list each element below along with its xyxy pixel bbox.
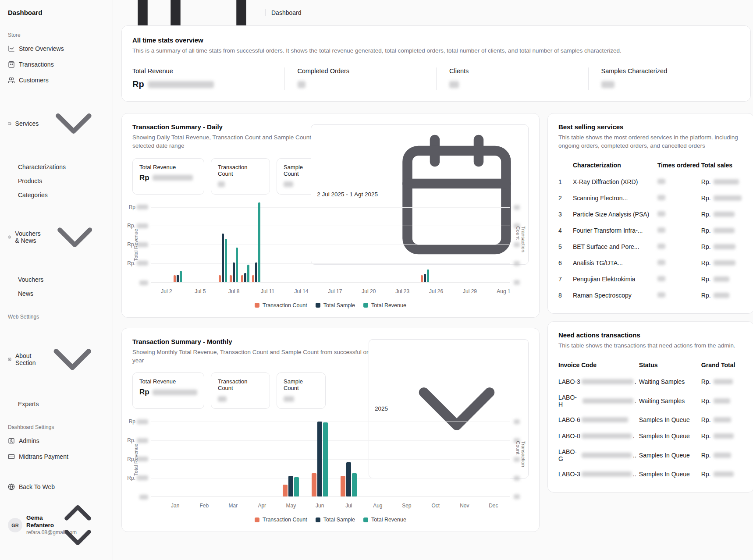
x-axis-tick: Jul 17 xyxy=(328,288,342,294)
y-axis-tick-left xyxy=(139,280,148,285)
y-tick-label: Rp. xyxy=(127,475,135,481)
invoice-code-prefix: LABO-3 xyxy=(558,378,580,385)
invoice-code-prefix: LABO-H xyxy=(558,394,581,408)
redacted-value xyxy=(218,396,227,402)
sidebar-subitem-experts[interactable]: Experts xyxy=(13,397,107,411)
sidebar-item-label: About Section xyxy=(15,352,36,366)
grand-total-cell: Rp. xyxy=(701,378,743,385)
need-actions-card: Need actions transactions This table sho… xyxy=(547,321,753,493)
mini-stat-value: Rp xyxy=(139,174,197,182)
y-axis-tick-left: Rp. xyxy=(127,223,148,229)
sidebar-subitem-vouchers[interactable]: Vouchers xyxy=(13,273,107,287)
redacted-value xyxy=(714,417,731,422)
redacted-value xyxy=(714,398,730,404)
user-meta: Gema Refantero refara.08@gmail.com xyxy=(26,514,47,536)
sidebar-item-services[interactable]: Services xyxy=(5,89,107,158)
table-row: 6Analisis TG/DTA...Rp. xyxy=(558,255,743,271)
stat-label: Clients xyxy=(449,67,588,74)
sidebar-subitem-products[interactable]: Products xyxy=(13,174,107,188)
gridline xyxy=(151,478,510,478)
sidebar-item-midtrans-payment[interactable]: Midtrans Payment xyxy=(5,450,107,464)
chart-line-icon xyxy=(8,45,15,52)
column-header-characterization: Characterization xyxy=(573,162,657,169)
currency-prefix: Rp. xyxy=(701,259,711,266)
chart-plot: Rp.Rp.Rp.RpTotal RevenueTransaction Coun… xyxy=(151,422,510,497)
bar-transaction-count xyxy=(241,275,243,282)
status-cell: Samples In Queue xyxy=(639,471,701,478)
overview-stat-total-revenue: Total RevenueRp xyxy=(132,67,284,90)
sidebar-item-about-section[interactable]: About Section xyxy=(5,323,107,395)
y-tick-label: Rp xyxy=(129,204,135,210)
legend-item-total-sample: Total Sample xyxy=(316,302,355,308)
sidebar-item-customers[interactable]: Customers xyxy=(5,73,107,87)
mini-stat-value xyxy=(284,394,319,403)
redacted-value xyxy=(657,276,665,281)
redacted-value xyxy=(139,495,148,500)
x-axis-tick: Jun xyxy=(316,503,324,509)
y-tick-label: Rp xyxy=(129,418,135,425)
best-selling-card: Best selling services This table shows t… xyxy=(547,113,753,314)
gridline xyxy=(151,459,510,460)
rank-cell: 5 xyxy=(558,243,573,250)
sidebar-item-label: Vouchers & News xyxy=(15,230,40,244)
table-row: 5BET Surface and Pore...Rp. xyxy=(558,239,743,255)
redacted-value xyxy=(514,494,520,499)
y-axis-title-right: Transaction Count xyxy=(515,441,526,478)
redacted-value xyxy=(714,260,735,266)
invoice-code-prefix: LABO-6 xyxy=(558,416,580,423)
x-axis-tick: Jul 8 xyxy=(228,288,239,294)
mini-stat-total-revenue: Total RevenueRp xyxy=(132,372,204,409)
redacted-value xyxy=(218,181,225,187)
currency-prefix: Rp. xyxy=(701,178,711,185)
sidebar-subitem-categories[interactable]: Categories xyxy=(13,188,107,202)
redacted-value xyxy=(714,244,735,249)
user-menu[interactable]: GR Gema Refantero refara.08@gmail.com xyxy=(5,494,107,554)
redacted-value xyxy=(657,179,665,184)
sidebar-item-vouchers-news[interactable]: Vouchers & News xyxy=(5,204,107,271)
x-axis-tick: Aug xyxy=(373,503,382,509)
bar-transaction-count xyxy=(421,275,423,282)
currency-prefix: Rp. xyxy=(701,276,711,283)
sidebar-item-transactions[interactable]: Transactions xyxy=(5,57,107,71)
bar-transaction-count xyxy=(283,485,288,496)
x-axis-tick: Jul 29 xyxy=(463,288,477,294)
redacted-value xyxy=(514,280,520,285)
need-actions-description: This table shows the transactions that n… xyxy=(558,342,743,350)
sidebar: Dashboard StoreStore OverviewsTransactio… xyxy=(0,0,113,560)
legend-label: Total Sample xyxy=(323,302,355,308)
sidebar-subitem-news[interactable]: News xyxy=(13,287,107,301)
grand-total-cell: Rp. xyxy=(701,397,743,404)
sidebar-subitem-characterizations[interactable]: Characterizations xyxy=(13,160,107,174)
x-axis-tick: Dec xyxy=(489,503,498,509)
sidebar-item-admins[interactable]: Admins xyxy=(5,434,107,448)
x-axis: Jul 2Jul 5Jul 8Jul 11Jul 14Jul 17Jul 20J… xyxy=(151,287,510,295)
back-to-web-button[interactable]: Back To Web xyxy=(5,480,107,494)
mini-stat-label: Transaction Count xyxy=(218,164,263,177)
bar-total-revenue xyxy=(247,265,249,282)
status-cell: Samples In Queue xyxy=(639,432,701,439)
redacted-value xyxy=(137,419,148,424)
column-header-total-sales: Total sales xyxy=(701,162,743,169)
mini-stat-label: Total Revenue xyxy=(139,378,197,385)
shopping-bag-icon xyxy=(8,61,15,68)
invoice-code-suffix: . xyxy=(635,378,636,385)
redacted-value xyxy=(714,293,729,298)
sidebar-item-store-overviews[interactable]: Store Overviews xyxy=(5,42,107,56)
app-root: Dashboard StoreStore OverviewsTransactio… xyxy=(0,0,753,560)
redacted-value xyxy=(137,438,148,443)
x-axis-tick: Jan xyxy=(171,503,179,509)
redacted-value xyxy=(137,261,148,266)
redacted-value xyxy=(601,81,614,88)
column-header-grand-total: Grand Total xyxy=(701,362,743,369)
x-axis-tick: Feb xyxy=(199,503,209,509)
bar-total-revenue xyxy=(427,269,429,282)
daily-chart: Rp.Rp.Rp.RpTotal RevenueTransaction Coun… xyxy=(132,208,529,308)
need-actions-title: Need actions transactions xyxy=(558,331,743,339)
bar-transaction-count xyxy=(252,275,254,282)
sidebar-section-label: Web Settings xyxy=(5,312,107,323)
bar-total-revenue xyxy=(294,477,299,496)
currency-prefix: Rp. xyxy=(701,243,711,250)
gridline xyxy=(151,226,510,226)
invoice-code-cell: LABO-H. xyxy=(558,394,639,408)
currency-prefix: Rp. xyxy=(701,211,711,218)
